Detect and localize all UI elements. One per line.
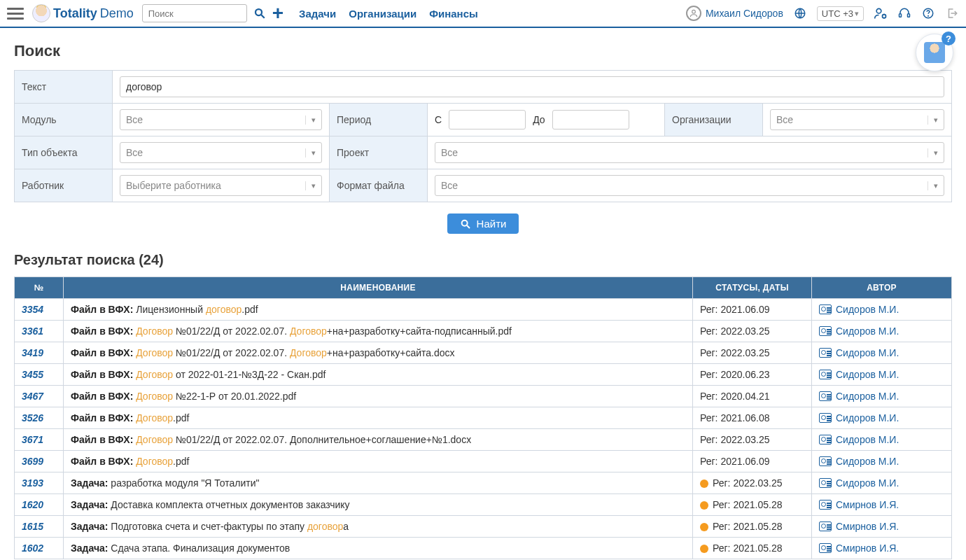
result-title-cell: Задача: Доставка комплекта отчетных доку… (64, 494, 693, 516)
result-title-cell: Файл в ВФХ: Договор от 2022-01-21-№3Д-22… (64, 364, 693, 386)
filter-fileformat-select[interactable]: Все ▾ (435, 175, 944, 196)
topbar-search-input[interactable] (142, 4, 247, 22)
result-status-text: Рег: 2022.03.25 (700, 347, 769, 358)
table-row: 3354Файл в ВФХ: Лицензионный договор.pdf… (15, 299, 952, 321)
result-status-cell: Рег: 2021.05.28 (693, 494, 812, 516)
result-status-cell: Рег: 2022.03.25 (693, 472, 812, 494)
period-from-input[interactable] (449, 110, 526, 130)
brand-logo[interactable]: Totality Demo (32, 4, 134, 22)
result-text: Лицензионный договор.pdf (136, 304, 258, 315)
filter-employee-select[interactable]: Выберите работника ▾ (120, 175, 322, 196)
svg-point-5 (883, 15, 886, 18)
svg-rect-7 (908, 14, 910, 18)
result-id-link[interactable]: 3361 (22, 326, 43, 337)
person-card-icon (819, 543, 832, 553)
result-title-cell: Задача: Подготовка счета и счет-фактуры … (64, 516, 693, 538)
menu-button[interactable] (7, 5, 24, 22)
current-user[interactable]: Михаил Сидоров (686, 6, 783, 21)
author-link[interactable]: Смирнов И.Я. (836, 542, 899, 554)
floating-help-button[interactable]: ? (916, 34, 953, 71)
period-to-input[interactable] (552, 110, 629, 130)
result-status-text: Рег: 2021.06.08 (700, 412, 769, 424)
author-link[interactable]: Сидоров М.И. (836, 326, 899, 337)
result-status-text: Рег: 2020.06.23 (700, 369, 769, 380)
result-id-link[interactable]: 1602 (22, 542, 43, 554)
author-link[interactable]: Сидоров М.И. (836, 456, 899, 467)
filter-orgs-select[interactable]: Все ▾ (770, 109, 944, 130)
nav-finance[interactable]: Финансы (429, 8, 478, 20)
svg-line-1 (261, 15, 265, 18)
nav-orgs[interactable]: Организации (349, 8, 416, 20)
result-id-link[interactable]: 3193 (22, 477, 43, 489)
result-prefix: Задача: (71, 542, 108, 554)
topbar: Totality Demo + Задачи Организации Финан… (0, 0, 966, 28)
author-link[interactable]: Сидоров М.И. (836, 477, 899, 489)
search-button[interactable]: Найти (447, 214, 519, 234)
result-text: Договор №22-1-Р от 20.01.2022.pdf (136, 391, 296, 402)
add-button[interactable]: + (272, 4, 284, 23)
result-status-text: Рег: 2022.03.25 (700, 326, 769, 337)
filter-project-select[interactable]: Все ▾ (435, 142, 944, 163)
result-id-link[interactable]: 3455 (22, 369, 43, 380)
result-id-link[interactable]: 1620 (22, 499, 43, 510)
author-link[interactable]: Сидоров М.И. (836, 434, 899, 445)
author-link[interactable]: Сидоров М.И. (836, 412, 899, 424)
status-dot-icon (700, 479, 708, 488)
result-text: Договор.pdf (136, 456, 189, 467)
result-prefix: Файл в ВФХ: (71, 304, 133, 315)
result-id-link[interactable]: 3419 (22, 347, 43, 358)
table-row: 3193Задача: разработка модуля "Я Тоталит… (15, 472, 952, 494)
timezone-select[interactable]: UTC +3 ▾ (817, 6, 864, 21)
filter-text-input[interactable] (120, 76, 944, 97)
user-settings-icon[interactable] (874, 6, 888, 20)
result-author-cell: Сидоров М.И. (812, 386, 952, 407)
result-status-cell: Рег: 2021.06.09 (693, 299, 812, 321)
result-author-cell: Сидоров М.И. (812, 342, 952, 364)
result-prefix: Файл в ВФХ: (71, 391, 133, 402)
filter-module-select[interactable]: Все ▾ (120, 109, 322, 130)
svg-point-0 (255, 9, 262, 15)
primary-nav: Задачи Организации Финансы (299, 8, 478, 20)
author-link[interactable]: Сидоров М.И. (836, 391, 899, 402)
support-icon[interactable] (897, 6, 911, 20)
author-link[interactable]: Смирнов И.Я. (836, 499, 899, 510)
result-prefix: Задача: (71, 521, 108, 532)
result-status-text: Рег: 2021.05.28 (713, 499, 782, 510)
person-card-icon (819, 456, 832, 466)
result-prefix: Файл в ВФХ: (71, 347, 133, 358)
table-row: 3361Файл в ВФХ: Договор №01/22/Д от 2022… (15, 321, 952, 342)
result-id-link[interactable]: 1615 (22, 521, 43, 532)
table-row: 1615Задача: Подготовка счета и счет-факт… (15, 516, 952, 538)
result-id-link[interactable]: 3671 (22, 434, 43, 445)
logout-icon[interactable] (945, 6, 959, 20)
result-prefix: Файл в ВФХ: (71, 412, 133, 424)
result-title-cell: Файл в ВФХ: Договор №01/22/Д от 2022.02.… (64, 342, 693, 364)
search-icon[interactable] (253, 6, 267, 20)
result-id-link[interactable]: 3354 (22, 304, 43, 315)
help-icon[interactable] (921, 6, 935, 20)
author-link[interactable]: Сидоров М.И. (836, 369, 899, 380)
person-card-icon (819, 435, 832, 444)
results-table: № Наименование Статусы, даты Автор 3354Ф… (14, 276, 952, 559)
result-text: Договор от 2022-01-21-№3Д-22 - Скан.pdf (136, 369, 326, 380)
result-id-link[interactable]: 3467 (22, 391, 43, 402)
person-card-icon (819, 522, 832, 531)
filter-objtype-select[interactable]: Все ▾ (120, 142, 322, 163)
nav-tasks[interactable]: Задачи (299, 8, 336, 20)
filter-module-value: Все (126, 114, 143, 125)
col-status-header: Статусы, даты (693, 277, 812, 299)
result-id-link[interactable]: 3526 (22, 412, 43, 424)
result-text: Договор №01/22/Д от 2022.02.07. Дополнит… (136, 434, 471, 445)
result-status-cell: Рег: 2021.05.28 (693, 538, 812, 559)
author-link[interactable]: Сидоров М.И. (836, 347, 899, 358)
author-link[interactable]: Смирнов И.Я. (836, 521, 899, 532)
result-status-text: Рег: 2021.05.28 (713, 542, 782, 554)
filter-period-label: Период (330, 104, 428, 136)
author-link[interactable]: Сидоров М.И. (836, 304, 899, 315)
result-author-cell: Сидоров М.И. (812, 299, 952, 321)
topbar-search: + (142, 4, 284, 23)
globe-icon[interactable] (793, 6, 807, 20)
result-title-cell: Задача: Сдача этапа. Финализация докумен… (64, 538, 693, 559)
result-id-link[interactable]: 3699 (22, 456, 43, 467)
filter-project-value: Все (441, 147, 458, 158)
